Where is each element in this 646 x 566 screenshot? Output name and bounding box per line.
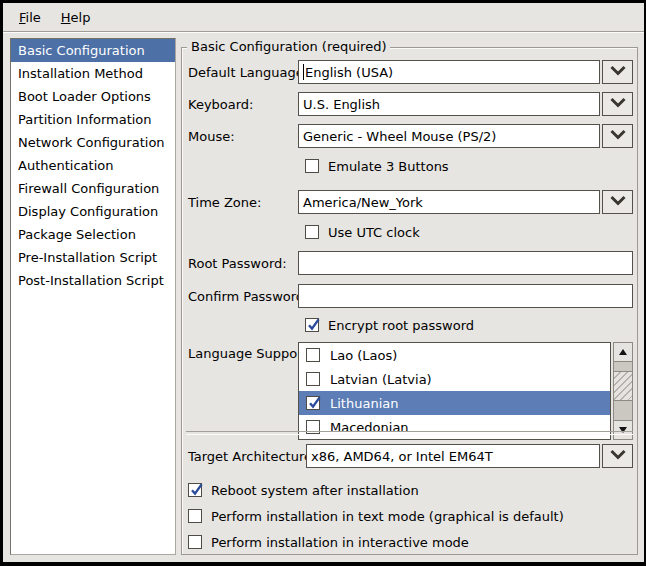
language-option-label: Lao (Laos) <box>330 348 397 363</box>
language-option-label: Lithuanian <box>330 396 398 411</box>
target-architecture-entry[interactable]: x86, AMD64, or Intel EM64T <box>306 444 600 468</box>
target-architecture-row: Target Architecture: x86, AMD64, or Inte… <box>188 444 633 468</box>
keyboard-label: Keyboard: <box>188 97 298 112</box>
chevron-down-icon <box>608 64 628 80</box>
time-zone-entry[interactable]: America/New_York <box>298 190 600 214</box>
separator <box>186 431 633 435</box>
sidebar-item-installation-method[interactable]: Installation Method <box>11 62 175 85</box>
language-support-label: Language Support: <box>188 342 298 366</box>
section-list: Basic ConfigurationInstallation MethodBo… <box>10 38 176 555</box>
language-option-checkbox[interactable] <box>306 348 320 362</box>
default-language-value: English (USA) <box>305 65 393 80</box>
mouse-combobox: Generic - Wheel Mouse (PS/2) <box>298 124 633 148</box>
interactive-install-row: Perform installation in interactive mode <box>188 534 469 550</box>
scrollbar-thumb[interactable] <box>613 371 633 401</box>
emulate-3-buttons-checkbox[interactable] <box>305 159 319 173</box>
sidebar-item-network-configuration[interactable]: Network Configuration <box>11 131 175 154</box>
sidebar-item-pre-installation-script[interactable]: Pre-Installation Script <box>11 246 175 269</box>
default-language-entry[interactable]: English (USA) <box>298 60 600 84</box>
sidebar-item-display-configuration[interactable]: Display Configuration <box>11 200 175 223</box>
sidebar-item-package-selection[interactable]: Package Selection <box>11 223 175 246</box>
language-support-list[interactable]: Lao (Laos)Latvian (Latvia)LithuanianMace… <box>298 342 611 440</box>
arrow-up-icon <box>619 349 627 355</box>
check-icon <box>189 482 205 498</box>
language-option[interactable]: Lao (Laos) <box>299 343 610 367</box>
default-language-label: Default Language: <box>188 65 298 80</box>
target-architecture-value: x86, AMD64, or Intel EM64T <box>311 449 493 464</box>
root-password-field[interactable] <box>298 251 633 275</box>
root-password-row: Root Password: <box>188 251 633 275</box>
menu-bar: File Help <box>3 3 644 32</box>
mouse-row: Mouse: Generic - Wheel Mouse (PS/2) <box>188 124 633 148</box>
encrypt-root-password-label: Encrypt root password <box>328 318 474 333</box>
language-option-label: Latvian (Latvia) <box>330 372 432 387</box>
sidebar-item-post-installation-script[interactable]: Post-Installation Script <box>11 269 175 292</box>
use-utc-clock-row: Use UTC clock <box>305 224 420 240</box>
language-option-checkbox[interactable] <box>306 372 320 386</box>
language-option[interactable]: Macedonian <box>299 415 610 439</box>
mouse-label: Mouse: <box>188 129 298 144</box>
time-zone-combobox: America/New_York <box>298 190 633 214</box>
use-utc-clock-label: Use UTC clock <box>328 225 420 240</box>
mouse-entry[interactable]: Generic - Wheel Mouse (PS/2) <box>298 124 600 148</box>
sidebar-item-partition-information[interactable]: Partition Information <box>11 108 175 131</box>
sidebar-item-boot-loader-options[interactable]: Boot Loader Options <box>11 85 175 108</box>
reboot-after-install-checkbox[interactable] <box>188 483 202 497</box>
time-zone-dropdown-button[interactable] <box>602 190 633 214</box>
language-option[interactable]: Lithuanian <box>299 391 610 415</box>
keyboard-dropdown-button[interactable] <box>602 92 633 116</box>
chevron-down-icon <box>608 194 628 210</box>
basic-configuration-group: Basic Configuration (required) Default L… <box>181 47 638 555</box>
default-language-row: Default Language: English (USA) <box>188 60 633 84</box>
language-support-row: Language Support: Lao (Laos)Latvian (Lat… <box>188 342 633 430</box>
keyboard-combobox: U.S. English <box>298 92 633 116</box>
default-language-combobox: English (USA) <box>298 60 633 84</box>
kickstart-configurator-window: File Help Basic ConfigurationInstallatio… <box>0 0 646 566</box>
text-mode-install-checkbox[interactable] <box>188 509 202 523</box>
keyboard-row: Keyboard: U.S. English <box>188 92 633 116</box>
time-zone-row: Time Zone: America/New_York <box>188 190 633 214</box>
target-architecture-label: Target Architecture: <box>188 449 306 464</box>
check-icon <box>306 317 322 333</box>
text-mode-install-row: Perform installation in text mode (graph… <box>188 508 564 524</box>
chevron-down-icon <box>608 96 628 112</box>
sidebar-item-authentication[interactable]: Authentication <box>11 154 175 177</box>
confirm-password-label: Confirm Password: <box>188 289 298 304</box>
root-password-label: Root Password: <box>188 256 298 271</box>
emulate-3-buttons-row: Emulate 3 Buttons <box>305 158 449 174</box>
use-utc-clock-checkbox[interactable] <box>305 225 319 239</box>
confirm-password-field[interactable] <box>298 284 633 308</box>
language-option[interactable]: Latvian (Latvia) <box>299 367 610 391</box>
default-language-dropdown-button[interactable] <box>602 60 633 84</box>
group-title: Basic Configuration (required) <box>187 39 390 54</box>
time-zone-label: Time Zone: <box>188 195 298 210</box>
keyboard-value: U.S. English <box>303 97 380 112</box>
check-icon <box>307 395 323 411</box>
mouse-dropdown-button[interactable] <box>602 124 633 148</box>
encrypt-root-password-row: Encrypt root password <box>305 317 474 333</box>
chevron-down-icon <box>608 128 628 144</box>
interactive-install-label: Perform installation in interactive mode <box>211 535 469 550</box>
scrollbar-track[interactable] <box>614 362 632 420</box>
sidebar-item-basic-configuration[interactable]: Basic Configuration <box>11 39 175 62</box>
language-option-checkbox[interactable] <box>306 396 320 410</box>
language-list-scrollbar[interactable] <box>613 342 633 440</box>
reboot-after-install-row: Reboot system after installation <box>188 482 419 498</box>
sidebar-item-firewall-configuration[interactable]: Firewall Configuration <box>11 177 175 200</box>
scrollbar-up-button[interactable] <box>614 343 632 362</box>
emulate-3-buttons-label: Emulate 3 Buttons <box>328 159 449 174</box>
mouse-value: Generic - Wheel Mouse (PS/2) <box>303 129 496 144</box>
scrollbar-down-button[interactable] <box>614 420 632 439</box>
target-architecture-dropdown-button[interactable] <box>602 444 633 468</box>
chevron-down-icon <box>608 448 628 464</box>
keyboard-entry[interactable]: U.S. English <box>298 92 600 116</box>
text-cursor <box>303 64 304 80</box>
target-architecture-combobox: x86, AMD64, or Intel EM64T <box>306 444 633 468</box>
menu-help[interactable]: Help <box>51 7 101 28</box>
encrypt-root-password-checkbox[interactable] <box>305 318 319 332</box>
text-mode-install-label: Perform installation in text mode (graph… <box>211 509 564 524</box>
menu-file[interactable]: File <box>9 7 51 28</box>
interactive-install-checkbox[interactable] <box>188 535 202 549</box>
time-zone-value: America/New_York <box>303 195 423 210</box>
confirm-password-row: Confirm Password: <box>188 284 633 308</box>
